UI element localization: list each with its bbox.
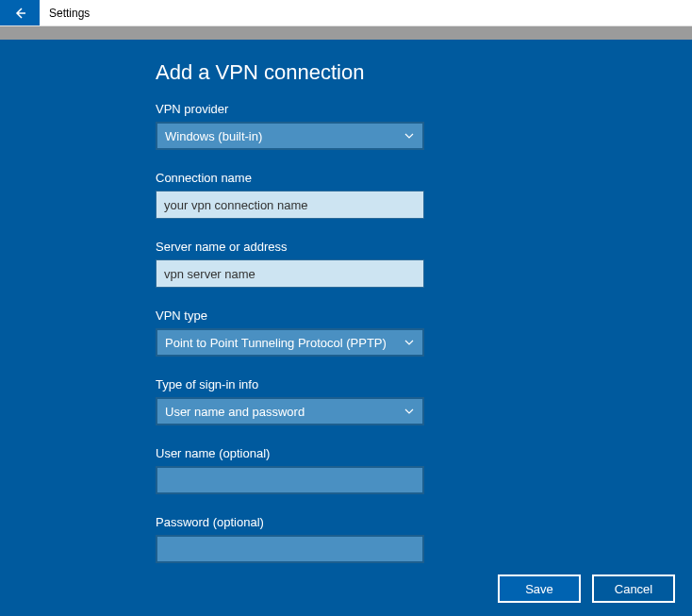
- connection-name-input[interactable]: [156, 191, 424, 219]
- field-vpn-type: VPN type Point to Point Tunneling Protoc…: [156, 308, 692, 357]
- signin-type-label: Type of sign-in info: [156, 377, 692, 391]
- server-name-label: Server name or address: [156, 240, 692, 254]
- save-button[interactable]: Save: [498, 574, 581, 603]
- field-server-name: Server name or address: [156, 240, 692, 288]
- username-input[interactable]: [156, 466, 424, 494]
- connection-name-label: Connection name: [156, 171, 692, 185]
- cancel-button[interactable]: Cancel: [592, 574, 675, 603]
- chevron-down-icon: [404, 130, 415, 142]
- server-name-input[interactable]: [156, 259, 424, 288]
- field-connection-name: Connection name: [156, 171, 692, 219]
- page-heading: Add a VPN connection: [156, 60, 692, 85]
- arrow-left-icon: [12, 6, 27, 21]
- vpn-type-value: Point to Point Tunneling Protocol (PPTP): [165, 336, 387, 350]
- vpn-type-dropdown[interactable]: Point to Point Tunneling Protocol (PPTP): [156, 328, 424, 357]
- vpn-provider-value: Windows (built-in): [165, 129, 262, 143]
- window-title: Settings: [40, 0, 90, 25]
- vpn-provider-label: VPN provider: [156, 102, 692, 116]
- password-label: Password (optional): [156, 515, 692, 529]
- vpn-provider-dropdown[interactable]: Windows (built-in): [156, 122, 424, 150]
- field-password: Password (optional): [156, 515, 692, 563]
- chevron-down-icon: [404, 337, 415, 348]
- content-area: Add a VPN connection VPN provider Window…: [0, 40, 692, 616]
- field-username: User name (optional): [156, 446, 692, 494]
- separator-bar: [0, 26, 692, 40]
- field-vpn-provider: VPN provider Windows (built-in): [156, 102, 692, 150]
- signin-type-value: User name and password: [165, 405, 305, 419]
- vpn-type-label: VPN type: [156, 308, 692, 323]
- chevron-down-icon: [404, 406, 415, 417]
- username-label: User name (optional): [156, 446, 692, 460]
- footer-buttons: Save Cancel: [498, 574, 675, 603]
- title-bar: Settings: [0, 0, 692, 26]
- signin-type-dropdown[interactable]: User name and password: [156, 397, 424, 425]
- password-input[interactable]: [156, 535, 424, 563]
- back-button[interactable]: [0, 0, 40, 25]
- field-signin-type: Type of sign-in info User name and passw…: [156, 377, 692, 425]
